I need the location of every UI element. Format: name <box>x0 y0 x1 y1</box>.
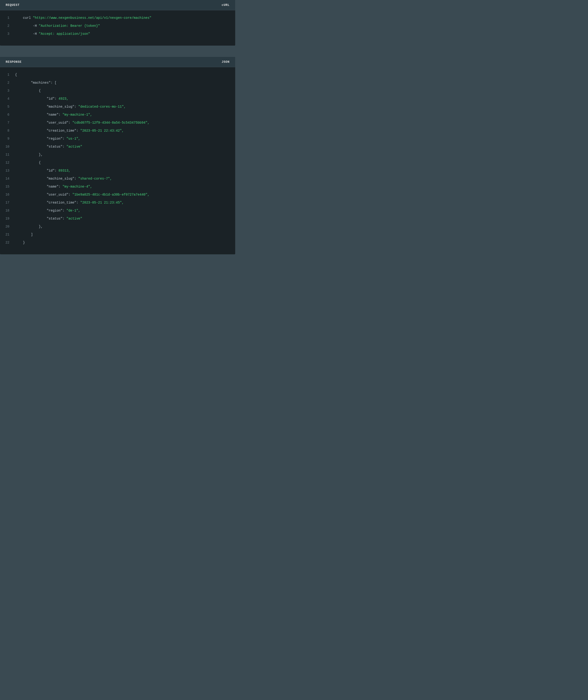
code-line-1: 1 curl "https://www.nexgenbusiness.net/a… <box>4 16 231 23</box>
line-num-14: 14 <box>4 177 15 181</box>
line-num-10: 10 <box>4 145 15 149</box>
response-line-10: 10 "status": "active" <box>4 145 231 151</box>
response-content-14: "machine_slug": "shared-cores-7", <box>15 177 112 181</box>
code-content-1: curl "https://www.nexgenbusiness.net/api… <box>15 16 151 20</box>
response-content-6: "name": "my-machine-1", <box>15 113 92 117</box>
response-content-20: }, <box>15 225 43 228</box>
response-content-22: } <box>15 241 25 244</box>
line-num-15: 15 <box>4 185 15 189</box>
response-content-1: { <box>15 73 17 77</box>
line-num-2: 2 <box>4 81 15 85</box>
response-header: RESPONSE JSON <box>0 57 235 67</box>
response-type: JSON <box>221 60 229 64</box>
code-content-3: -H "Accept: application/json" <box>15 32 90 36</box>
response-content-8: "creation_time": "2023-05-21 22:43:42", <box>15 129 124 133</box>
response-line-11: 11 }, <box>4 153 231 159</box>
response-code-block: 1 { 2 "machines": [ 3 { 4 "id": 4923, 5 … <box>0 67 235 254</box>
line-num-21: 21 <box>4 233 15 236</box>
response-line-2: 2 "machines": [ <box>4 81 231 87</box>
response-line-13: 13 "id": 89313, <box>4 169 231 175</box>
line-num-22: 22 <box>4 241 15 244</box>
line-num-4: 4 <box>4 97 15 101</box>
response-line-5: 5 "machine_slug": "dedicated-cores-mo-11… <box>4 105 231 111</box>
line-num-11: 11 <box>4 153 15 157</box>
response-line-20: 20 }, <box>4 225 231 231</box>
line-num-3: 3 <box>4 89 15 93</box>
request-code-block: 1 curl "https://www.nexgenbusiness.net/a… <box>0 10 235 46</box>
response-line-21: 21 ] <box>4 233 231 239</box>
response-content-19: "status": "active" <box>15 217 82 220</box>
response-content-2: "machines": [ <box>15 81 56 85</box>
line-num-6: 6 <box>4 113 15 117</box>
response-content-7: "user_uuid": "cdbd07f5-12f9-4344-8a54-5c… <box>15 121 149 125</box>
line-num-9: 9 <box>4 137 15 141</box>
request-type: cURL <box>221 3 229 7</box>
response-content-12: { <box>15 161 41 165</box>
response-line-17: 17 "creation_time": "2023-05-21 21:23:45… <box>4 201 231 207</box>
response-line-6: 6 "name": "my-machine-1", <box>4 113 231 119</box>
response-line-1: 1 { <box>4 73 231 79</box>
response-content-5: "machine_slug": "dedicated-cores-mo-11", <box>15 105 126 109</box>
line-num-5: 5 <box>4 105 15 109</box>
request-header: REQUEST cURL <box>0 0 235 10</box>
response-content-13: "id": 89313, <box>15 169 70 173</box>
line-num-1: 1 <box>4 73 15 77</box>
code-content-2: -H "Authorization: Bearer {token}" <box>15 24 100 28</box>
line-number-3: 3 <box>4 32 15 36</box>
response-line-19: 19 "status": "active" <box>4 217 231 223</box>
response-line-7: 7 "user_uuid": "cdbd07f5-12f9-4344-8a54-… <box>4 121 231 127</box>
response-content-10: "status": "active" <box>15 145 82 149</box>
response-line-4: 4 "id": 4923, <box>4 97 231 103</box>
response-content-3: { <box>15 89 41 93</box>
response-content-17: "creation_time": "2023-05-21 21:23:45", <box>15 201 124 204</box>
line-num-8: 8 <box>4 129 15 133</box>
code-line-2: 2 -H "Authorization: Bearer {token}" <box>4 24 231 31</box>
code-line-3: 3 -H "Accept: application/json" <box>4 32 231 39</box>
response-content-11: }, <box>15 153 43 157</box>
response-line-15: 15 "name": "my-machine-4", <box>4 185 231 191</box>
request-section: REQUEST cURL 1 curl "https://www.nexgenb… <box>0 0 235 46</box>
line-num-7: 7 <box>4 121 15 125</box>
line-num-12: 12 <box>4 161 15 165</box>
response-line-12: 12 { <box>4 161 231 167</box>
section-separator <box>0 46 235 57</box>
response-line-22: 22 } <box>4 241 231 247</box>
response-content-21: ] <box>15 233 33 236</box>
response-content-9: "region": "us-1", <box>15 137 80 141</box>
response-content-15: "name": "my-machine-4", <box>15 185 92 189</box>
line-number-2: 2 <box>4 24 15 28</box>
response-content-18: "region": "de-1", <box>15 209 80 212</box>
line-num-16: 16 <box>4 193 15 197</box>
line-num-17: 17 <box>4 201 15 204</box>
line-num-19: 19 <box>4 217 15 220</box>
response-line-14: 14 "machine_slug": "shared-cores-7", <box>4 177 231 183</box>
response-line-8: 8 "creation_time": "2023-05-21 22:43:42"… <box>4 129 231 135</box>
response-line-18: 18 "region": "de-1", <box>4 209 231 215</box>
line-num-18: 18 <box>4 209 15 212</box>
line-num-20: 20 <box>4 225 15 228</box>
response-section: RESPONSE JSON 1 { 2 "machines": [ 3 { 4 … <box>0 57 235 254</box>
response-content-4: "id": 4923, <box>15 97 68 101</box>
response-line-9: 9 "region": "us-1", <box>4 137 231 143</box>
response-line-16: 16 "user_uuid": "1be9a025-481c-4b1d-a30b… <box>4 193 231 199</box>
line-number-1: 1 <box>4 16 15 20</box>
response-line-3: 3 { <box>4 89 231 95</box>
response-content-16: "user_uuid": "1be9a025-481c-4b1d-a30b-ef… <box>15 193 149 197</box>
request-label: REQUEST <box>6 3 20 7</box>
line-num-13: 13 <box>4 169 15 173</box>
response-label: RESPONSE <box>6 60 22 64</box>
